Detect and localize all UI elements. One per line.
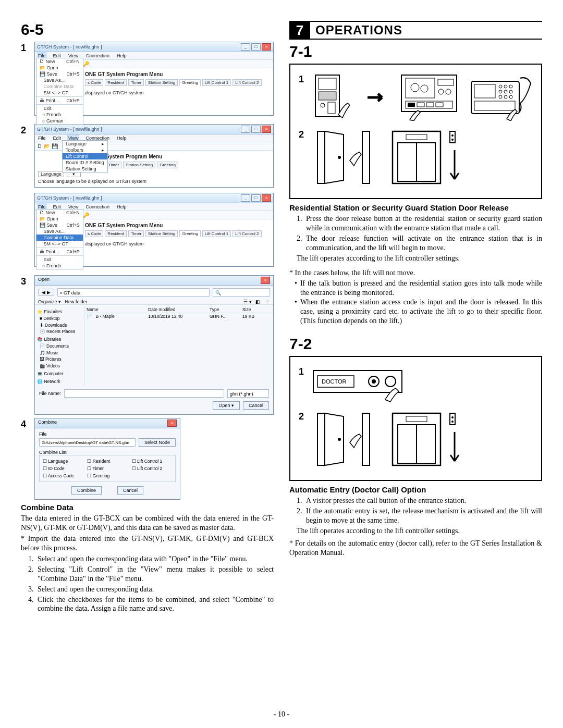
menu-print[interactable]: 🖶 Print...Ctrl+P	[36, 249, 83, 255]
combine-button[interactable]: Combine	[71, 486, 102, 495]
menu-open[interactable]: 📂 Open	[36, 216, 83, 222]
menu-new[interactable]: 🗋 NewCtrl+N	[36, 209, 83, 216]
maximize-icon[interactable]: □	[251, 43, 261, 51]
select-node-button[interactable]: Select Node	[139, 438, 176, 447]
menu-lift-control[interactable]: Lift Control	[63, 153, 107, 159]
menu-sm-gt[interactable]: SM <--> GT	[36, 241, 83, 247]
menu-connection[interactable]: Connection	[84, 203, 111, 211]
chk-lift2[interactable]: ☐ Lift Control 2	[132, 466, 172, 471]
chk-resident[interactable]: ☐ Resident	[87, 459, 127, 464]
menu-exit[interactable]: Exit	[36, 256, 83, 263]
menu-station-setting[interactable]: Station Setting	[63, 166, 107, 172]
close-icon[interactable]: ×	[167, 419, 177, 427]
svg-point-53	[451, 416, 454, 418]
minimize-icon[interactable]: _	[241, 126, 250, 133]
menu-save[interactable]: 💾 SaveCtrl+S	[36, 71, 83, 77]
menu-connection[interactable]: Connection	[84, 52, 111, 59]
window-controls: _ □ ×	[241, 43, 271, 51]
tab-station[interactable]: Station Setting	[145, 79, 178, 86]
chapter-title: OPERATIONS	[310, 21, 542, 40]
tab-greeting[interactable]: Greeting	[157, 162, 178, 168]
menu-help[interactable]: Help	[116, 52, 128, 59]
new-folder-button[interactable]: New folder	[65, 299, 88, 304]
menu-language[interactable]: Language▸	[63, 141, 107, 147]
lang-combo[interactable]: Language	[38, 171, 64, 177]
close-icon[interactable]: ×	[261, 277, 270, 284]
menu-exit[interactable]: Exit	[36, 105, 83, 112]
menu-print[interactable]: 🖶 Print...Ctrl+P	[36, 97, 83, 104]
menu-help[interactable]: Help	[116, 203, 128, 211]
chk-greeting[interactable]: ☐ Greeting	[87, 473, 127, 478]
chk-idcode[interactable]: ☐ ID Code	[43, 466, 83, 471]
diagram-7-2: 1 DOCTOR 2	[289, 356, 542, 481]
combine-cancel-button[interactable]: Cancel	[117, 486, 143, 495]
menu-french[interactable]: ○ French	[36, 263, 83, 269]
combine-title: Combine	[38, 419, 57, 427]
chk-access[interactable]: ☐ Access Code	[43, 473, 83, 478]
filter-select[interactable]: ghn (*.ghn)	[227, 389, 269, 398]
search-field[interactable]: 🔍	[213, 288, 270, 297]
menu-open[interactable]: 📂 Open	[36, 65, 83, 71]
menu-save-as[interactable]: Save As...	[36, 228, 83, 235]
menu-edit[interactable]: Edit	[52, 134, 63, 142]
menu-french[interactable]: ○ French	[36, 112, 83, 118]
tab-lift2[interactable]: Lift Control 2	[232, 230, 261, 237]
path-field[interactable]: « GT data	[57, 288, 210, 297]
tab-code[interactable]: s Code	[85, 230, 103, 237]
menu-new[interactable]: 🗋 NewCtrl+N	[36, 58, 83, 65]
file-name-input[interactable]	[64, 389, 224, 398]
tab-lift1[interactable]: Lift Control 1	[202, 230, 231, 237]
guard-station-icon	[470, 74, 533, 121]
chk-language[interactable]: ☐ Language	[43, 459, 83, 464]
lang-note-2b: displayed on GT/GH system	[85, 241, 270, 246]
cancel-button[interactable]: Cancel	[243, 401, 269, 410]
maximize-icon[interactable]: □	[251, 126, 261, 133]
combine-list-label: Combine List	[39, 450, 176, 455]
tab-resident[interactable]: Resident	[105, 230, 127, 237]
menu-sm-gt[interactable]: SM <--> GT	[36, 90, 83, 96]
organize-button[interactable]: Organize ▾	[38, 299, 61, 304]
maximize-icon[interactable]: □	[251, 194, 261, 202]
program-menu-title-2a: System Program Menu	[106, 153, 270, 162]
tab-resident[interactable]: Resident	[105, 79, 127, 86]
screenshot-step2a-window: GT/GH System - [ newfile.ghn ] _ □ × Fil…	[34, 124, 274, 188]
menu-combine-data: Combine Data	[36, 83, 83, 90]
chk-timer[interactable]: ☐ Timer	[87, 466, 127, 471]
menu-file[interactable]: File	[37, 134, 47, 142]
tab-timer[interactable]: Timer	[106, 162, 121, 168]
chk-lift1[interactable]: ☐ Lift Control 1	[132, 459, 172, 464]
tab-greeting[interactable]: Greeting	[179, 79, 201, 86]
menu-save[interactable]: 💾 SaveCtrl+S	[36, 222, 83, 228]
menu-save-as[interactable]: Save As...	[36, 77, 83, 83]
svg-rect-2	[319, 92, 336, 100]
tab-greeting[interactable]: Greeting	[179, 230, 201, 237]
minimize-icon[interactable]: _	[241, 194, 250, 202]
menu-combine-data-hi[interactable]: Combine Data	[36, 235, 83, 241]
tab-station[interactable]: Station Setting	[123, 162, 155, 168]
tab-code[interactable]: s Code	[85, 79, 103, 86]
close-icon[interactable]: ×	[262, 43, 271, 51]
tab-lift1[interactable]: Lift Control 1	[202, 79, 231, 86]
p72-1: A visitor presses the call button of the…	[306, 496, 466, 505]
view-dropdown: Language▸ Toolbars▸ Lift Control Room ID…	[62, 140, 108, 172]
close-icon[interactable]: ×	[262, 126, 271, 133]
file-row[interactable]: 📄 B - Maple 10/18/2019 12:40 GHN F... 19…	[84, 313, 273, 319]
door-open-icon	[312, 129, 375, 187]
tab-lift2[interactable]: Lift Control 2	[232, 79, 261, 86]
arrow-down-icon	[448, 129, 461, 187]
combine-data-heading: Combine Data	[21, 503, 274, 512]
heading-7-2: Automatic Entry (Doctor Call) Option	[289, 485, 542, 494]
tab-timer[interactable]: Timer	[128, 79, 144, 86]
tab-station[interactable]: Station Setting	[145, 230, 178, 237]
menu-help[interactable]: Help	[116, 134, 128, 142]
minimize-icon[interactable]: _	[241, 43, 250, 51]
close-icon[interactable]: ×	[262, 194, 271, 202]
menu-toolbars[interactable]: Toolbars▸	[63, 147, 107, 153]
arrow-right-icon	[366, 92, 387, 103]
menu-room-id[interactable]: Room ID # Setting	[63, 159, 107, 166]
combine-file-path[interactable]: G:\Users\Aiphone\Desktop\GT data\GT-NS.g…	[39, 438, 136, 447]
open-button[interactable]: Open ▾	[213, 401, 240, 410]
program-menu-title: ONE GT System Program Menu	[85, 70, 270, 79]
menu-german[interactable]: ○ German	[36, 118, 83, 124]
tab-timer[interactable]: Timer	[128, 230, 144, 237]
